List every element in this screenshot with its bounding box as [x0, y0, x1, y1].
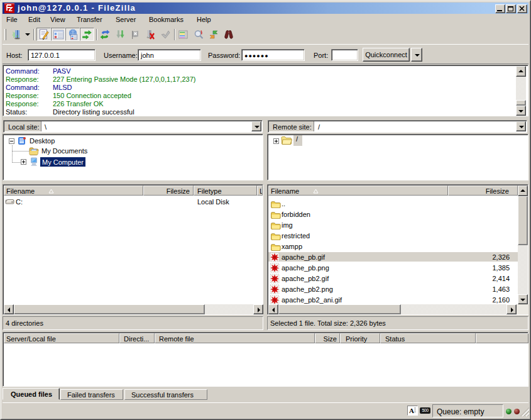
svg-text:A: A: [409, 407, 414, 414]
